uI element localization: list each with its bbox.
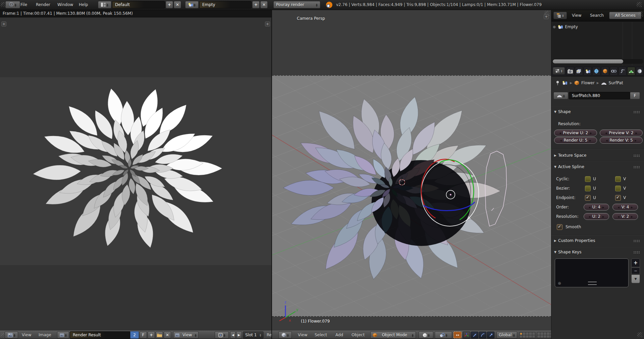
preview-v-field[interactable]: ◂ Preview V: 2 ▸ (600, 130, 643, 136)
menu-view[interactable]: View (20, 331, 33, 339)
menu-window[interactable]: Window (56, 1, 75, 8)
viewport-shading-select[interactable]: ▲▼ (419, 331, 433, 339)
image-editor-canvas[interactable]: + + (0, 17, 272, 331)
increment-arrow-icon[interactable]: ▸ (590, 131, 592, 135)
list-resize-grip[interactable] (588, 282, 597, 285)
panel-header-active-spline[interactable]: ▼ Active Spline (554, 163, 584, 171)
render-v-field[interactable]: ◂ Render V: 5 ▸ (600, 137, 643, 144)
increment-arrow-icon[interactable]: ▸ (636, 131, 637, 135)
panel-header-shape-keys[interactable]: ▼ Shape Keys (554, 248, 581, 256)
tab-constraints[interactable] (610, 67, 618, 76)
tab-render[interactable] (566, 67, 574, 76)
increment-arrow-icon[interactable]: ▸ (589, 139, 591, 142)
decrement-arrow-icon[interactable]: ◂ (559, 131, 561, 135)
next-slot-button[interactable]: ▶ (236, 331, 242, 339)
menu-render[interactable]: Render (34, 1, 52, 8)
browse-image-button[interactable]: ▲▼ (57, 331, 69, 339)
bezier-v-checkbox[interactable] (615, 186, 621, 191)
tab-object-data[interactable] (627, 67, 635, 76)
scrollbar-thumb[interactable] (553, 59, 623, 63)
breadcrumb-data-label[interactable]: SurfPat (609, 81, 623, 85)
scene-name-field[interactable]: Empty (199, 1, 252, 8)
region-expand-plus-icon[interactable]: + (1, 21, 6, 27)
menu-add[interactable]: Add (334, 331, 345, 339)
render-u-field[interactable]: ◂ Render U: 5 ▸ (554, 137, 597, 144)
fake-user-button[interactable]: F (630, 92, 640, 99)
panel-drag-grip[interactable] (633, 154, 640, 157)
menu-select[interactable]: Select (313, 331, 329, 339)
region-expand-plus-icon[interactable]: + (265, 21, 270, 27)
viewport-canvas[interactable]: Camera Persp (1) Flower.079 + z y x (272, 10, 551, 331)
image-name-field[interactable]: Render Result (70, 331, 130, 339)
tab-modifiers[interactable] (619, 67, 627, 76)
editor-type-button[interactable]: ▲▼ (553, 67, 565, 75)
outliner-item-empty[interactable]: ⊕ Empty (553, 23, 640, 30)
screen-layout-name-field[interactable]: Default (112, 1, 165, 8)
decrement-arrow-icon[interactable]: ◂ (589, 215, 590, 218)
resolution-u-field[interactable]: ◂ U: 2 ▸ (584, 213, 609, 220)
menu-view[interactable]: View (570, 12, 583, 19)
screen-layout-browse-button[interactable]: ▲▼ (98, 1, 111, 8)
editor-type-button[interactable]: ⓘ ▲▼ (5, 1, 20, 8)
open-image-button[interactable] (156, 331, 163, 339)
area-corner-grip[interactable] (637, 2, 642, 7)
remove-shape-key-button[interactable]: − (631, 268, 640, 274)
add-scene-button[interactable]: + (252, 1, 260, 8)
tab-world[interactable] (592, 67, 600, 76)
panel-drag-grip[interactable] (633, 240, 640, 242)
increment-arrow-icon[interactable]: ▸ (631, 205, 633, 209)
editor-type-button[interactable]: ▲▼ (553, 12, 567, 19)
delete-layout-button[interactable]: ✕ (174, 1, 181, 8)
pivot-point-select[interactable]: ▲▼ (435, 331, 452, 339)
delete-scene-button[interactable]: ✕ (260, 1, 268, 8)
area-corner-grip[interactable] (638, 11, 643, 16)
surface-crumb-icon[interactable] (601, 81, 607, 85)
render-engine-select[interactable]: Povray render ▲▼ (273, 1, 320, 8)
decrement-arrow-icon[interactable]: ◂ (605, 131, 607, 135)
endpoint-u-checkbox[interactable] (585, 195, 591, 201)
unlink-image-button[interactable]: ✕ (164, 331, 171, 339)
menu-object[interactable]: Object (350, 331, 366, 339)
decrement-arrow-icon[interactable]: ◂ (618, 215, 620, 218)
browse-surface-data-button[interactable]: ▲▼ (553, 92, 568, 99)
menu-image[interactable]: Image (37, 331, 53, 339)
add-shape-key-button[interactable]: + (631, 258, 640, 267)
decrement-arrow-icon[interactable]: ◂ (560, 139, 562, 142)
editor-type-button[interactable]: ▲▼ (5, 331, 18, 339)
outliner-hscrollbar[interactable] (552, 59, 643, 64)
area-corner-grip[interactable] (1, 2, 6, 7)
mode-select[interactable]: Object Mode ▲▼ (370, 331, 416, 339)
increment-arrow-icon[interactable]: ▸ (635, 139, 637, 142)
panel-header-custom-properties[interactable]: ▶ Custom Properties (554, 237, 595, 244)
scene-crumb-icon[interactable] (562, 81, 568, 85)
rotate-manipulator-button[interactable] (479, 332, 486, 338)
scene-browse-button[interactable]: ▲▼ (185, 1, 199, 8)
fake-user-button[interactable]: F (140, 331, 147, 339)
tab-render-layers[interactable] (575, 67, 583, 76)
layers-widget-right[interactable] (537, 332, 551, 338)
area-corner-grip[interactable] (637, 332, 642, 337)
area-corner-grip[interactable] (544, 11, 549, 16)
shape-keys-list[interactable]: ⊕ (555, 258, 629, 287)
menu-help[interactable]: Help (77, 1, 90, 8)
panel-drag-grip[interactable] (633, 166, 640, 168)
increment-arrow-icon[interactable]: ▸ (602, 205, 604, 209)
panel-drag-grip[interactable] (633, 251, 640, 253)
order-u-field[interactable]: ◂ U: 4 ▸ (584, 204, 609, 210)
previous-slot-button[interactable]: ◀ (230, 331, 236, 339)
expand-plus-icon[interactable]: ⊕ (553, 25, 556, 29)
new-image-button[interactable]: + (148, 331, 155, 339)
manipulator-toggle[interactable]: ↔ (453, 332, 462, 338)
display-channels-select[interactable]: View ▲▼ (173, 331, 199, 339)
object-crumb-icon[interactable] (574, 81, 579, 85)
list-add-icon[interactable]: ⊕ (558, 281, 561, 286)
add-layout-button[interactable]: + (166, 1, 173, 8)
increment-arrow-icon[interactable]: ▸ (602, 215, 604, 218)
decrement-arrow-icon[interactable]: ◂ (618, 205, 620, 209)
order-v-field[interactable]: ◂ V: 4 ▸ (612, 204, 638, 210)
tab-scene[interactable] (584, 67, 592, 76)
scale-manipulator-button[interactable] (487, 332, 494, 338)
menu-file[interactable]: File (19, 1, 29, 8)
increment-arrow-icon[interactable]: ▸ (631, 215, 633, 218)
bezier-u-checkbox[interactable] (585, 186, 591, 191)
